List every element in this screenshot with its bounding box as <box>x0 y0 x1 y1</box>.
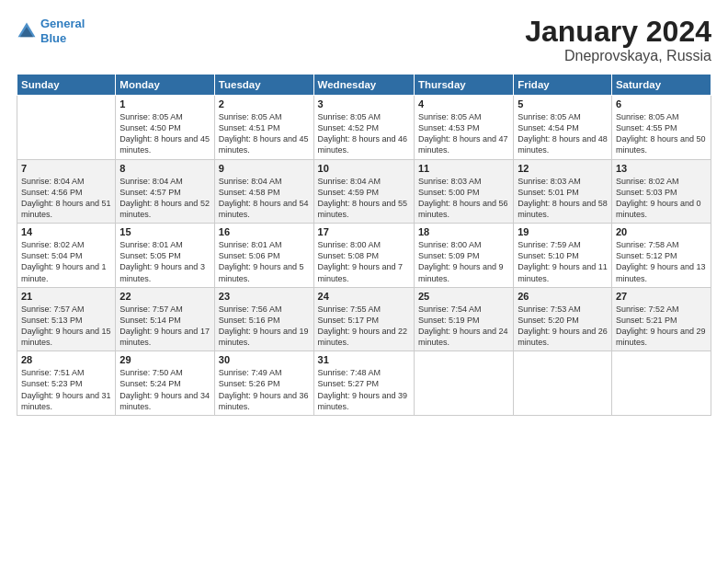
day-info: Sunrise: 7:54 AMSunset: 5:19 PMDaylight:… <box>418 304 509 349</box>
day-info: Sunrise: 8:04 AMSunset: 4:57 PMDaylight:… <box>119 176 210 221</box>
day-info: Sunrise: 8:05 AMSunset: 4:53 PMDaylight:… <box>418 111 509 156</box>
day-number: 17 <box>318 226 410 237</box>
calendar-day-cell: 5Sunrise: 8:05 AMSunset: 4:54 PMDaylight… <box>514 96 612 160</box>
day-number: 28 <box>21 354 111 365</box>
day-number: 30 <box>219 354 310 365</box>
calendar-day-cell: 23Sunrise: 7:56 AMSunset: 5:16 PMDayligh… <box>214 287 313 351</box>
day-number: 16 <box>219 226 310 237</box>
day-number: 1 <box>119 98 210 109</box>
calendar-day-cell: 16Sunrise: 8:01 AMSunset: 5:06 PMDayligh… <box>214 224 313 288</box>
day-number: 5 <box>518 98 608 109</box>
day-info: Sunrise: 7:51 AMSunset: 5:23 PMDaylight:… <box>21 367 111 412</box>
day-info: Sunrise: 7:57 AMSunset: 5:13 PMDaylight:… <box>21 304 111 349</box>
weekday-header-cell: Tuesday <box>214 75 313 96</box>
day-number: 12 <box>518 163 608 174</box>
day-number: 9 <box>219 163 310 174</box>
weekday-header-cell: Wednesday <box>313 75 414 96</box>
day-number: 20 <box>616 226 707 237</box>
calendar-day-cell: 10Sunrise: 8:04 AMSunset: 4:59 PMDayligh… <box>313 159 414 224</box>
day-info: Sunrise: 8:00 AMSunset: 5:08 PMDaylight:… <box>318 239 410 284</box>
day-number: 7 <box>21 163 111 174</box>
calendar-day-cell: 12Sunrise: 8:03 AMSunset: 5:01 PMDayligh… <box>514 159 612 224</box>
weekday-header-cell: Friday <box>514 75 612 96</box>
day-number: 10 <box>318 163 410 174</box>
weekday-header-cell: Thursday <box>414 75 513 96</box>
page: General Blue January 2024 Dneprovskaya, … <box>0 0 728 563</box>
calendar-week-row: 7Sunrise: 8:04 AMSunset: 4:56 PMDaylight… <box>17 159 711 224</box>
day-number: 26 <box>518 291 608 302</box>
calendar-week-row: 28Sunrise: 7:51 AMSunset: 5:23 PMDayligh… <box>17 351 711 416</box>
month-title: January 2024 <box>525 17 711 46</box>
day-number: 24 <box>318 291 410 302</box>
logo-icon <box>17 21 37 41</box>
calendar-day-cell: 18Sunrise: 8:00 AMSunset: 5:09 PMDayligh… <box>414 224 513 288</box>
calendar-day-cell: 24Sunrise: 7:55 AMSunset: 5:17 PMDayligh… <box>313 287 414 351</box>
calendar-day-cell <box>611 351 711 416</box>
calendar-day-cell: 13Sunrise: 8:02 AMSunset: 5:03 PMDayligh… <box>611 159 711 224</box>
day-number: 29 <box>119 354 210 365</box>
calendar-table: SundayMondayTuesdayWednesdayThursdayFrid… <box>17 74 711 416</box>
day-number: 11 <box>418 163 509 174</box>
calendar-day-cell: 27Sunrise: 7:52 AMSunset: 5:21 PMDayligh… <box>611 287 711 351</box>
day-number: 23 <box>219 291 310 302</box>
day-number: 6 <box>616 98 707 109</box>
day-info: Sunrise: 8:05 AMSunset: 4:54 PMDaylight:… <box>518 111 608 156</box>
calendar-day-cell: 9Sunrise: 8:04 AMSunset: 4:58 PMDaylight… <box>214 159 313 224</box>
calendar-day-cell: 19Sunrise: 7:59 AMSunset: 5:10 PMDayligh… <box>514 224 612 288</box>
calendar-day-cell: 4Sunrise: 8:05 AMSunset: 4:53 PMDaylight… <box>414 96 513 160</box>
calendar-day-cell <box>17 96 116 160</box>
weekday-header-cell: Saturday <box>611 75 711 96</box>
calendar-day-cell: 3Sunrise: 8:05 AMSunset: 4:52 PMDaylight… <box>313 96 414 160</box>
calendar-day-cell: 22Sunrise: 7:57 AMSunset: 5:14 PMDayligh… <box>116 287 215 351</box>
day-info: Sunrise: 8:03 AMSunset: 5:01 PMDaylight:… <box>518 176 608 221</box>
day-info: Sunrise: 8:05 AMSunset: 4:52 PMDaylight:… <box>318 111 410 156</box>
day-info: Sunrise: 8:00 AMSunset: 5:09 PMDaylight:… <box>418 239 509 284</box>
day-number: 15 <box>119 226 210 237</box>
day-number: 22 <box>119 291 210 302</box>
day-number: 27 <box>616 291 707 302</box>
calendar-day-cell: 7Sunrise: 8:04 AMSunset: 4:56 PMDaylight… <box>17 159 116 224</box>
calendar-body: 1Sunrise: 8:05 AMSunset: 4:50 PMDaylight… <box>17 96 711 416</box>
day-number: 8 <box>119 163 210 174</box>
calendar-day-cell: 20Sunrise: 7:58 AMSunset: 5:12 PMDayligh… <box>611 224 711 288</box>
calendar-day-cell: 17Sunrise: 8:00 AMSunset: 5:08 PMDayligh… <box>313 224 414 288</box>
day-info: Sunrise: 8:04 AMSunset: 4:56 PMDaylight:… <box>21 176 111 221</box>
weekday-header-cell: Monday <box>116 75 215 96</box>
day-info: Sunrise: 7:56 AMSunset: 5:16 PMDaylight:… <box>219 304 310 349</box>
calendar-week-row: 21Sunrise: 7:57 AMSunset: 5:13 PMDayligh… <box>17 287 711 351</box>
day-info: Sunrise: 7:53 AMSunset: 5:20 PMDaylight:… <box>518 304 608 349</box>
day-info: Sunrise: 7:48 AMSunset: 5:27 PMDaylight:… <box>318 367 410 412</box>
day-info: Sunrise: 7:58 AMSunset: 5:12 PMDaylight:… <box>616 239 707 284</box>
day-number: 3 <box>318 98 410 109</box>
day-info: Sunrise: 8:04 AMSunset: 4:59 PMDaylight:… <box>318 176 410 221</box>
weekday-header-row: SundayMondayTuesdayWednesdayThursdayFrid… <box>17 75 711 96</box>
day-number: 19 <box>518 226 608 237</box>
calendar-day-cell: 30Sunrise: 7:49 AMSunset: 5:26 PMDayligh… <box>214 351 313 416</box>
calendar-day-cell: 31Sunrise: 7:48 AMSunset: 5:27 PMDayligh… <box>313 351 414 416</box>
day-number: 18 <box>418 226 509 237</box>
day-info: Sunrise: 8:01 AMSunset: 5:06 PMDaylight:… <box>219 239 310 284</box>
calendar-day-cell: 14Sunrise: 8:02 AMSunset: 5:04 PMDayligh… <box>17 224 116 288</box>
logo-text: General Blue <box>40 17 85 45</box>
day-number: 2 <box>219 98 310 109</box>
calendar-day-cell: 25Sunrise: 7:54 AMSunset: 5:19 PMDayligh… <box>414 287 513 351</box>
day-number: 13 <box>616 163 707 174</box>
calendar-week-row: 1Sunrise: 8:05 AMSunset: 4:50 PMDaylight… <box>17 96 711 160</box>
day-info: Sunrise: 8:02 AMSunset: 5:03 PMDaylight:… <box>616 176 707 221</box>
day-info: Sunrise: 8:05 AMSunset: 4:50 PMDaylight:… <box>119 111 210 156</box>
calendar-day-cell <box>414 351 513 416</box>
title-block: January 2024 Dneprovskaya, Russia <box>525 17 711 64</box>
calendar-day-cell: 21Sunrise: 7:57 AMSunset: 5:13 PMDayligh… <box>17 287 116 351</box>
day-info: Sunrise: 7:50 AMSunset: 5:24 PMDaylight:… <box>119 367 210 412</box>
calendar-day-cell: 2Sunrise: 8:05 AMSunset: 4:51 PMDaylight… <box>214 96 313 160</box>
day-number: 31 <box>318 354 410 365</box>
day-info: Sunrise: 7:59 AMSunset: 5:10 PMDaylight:… <box>518 239 608 284</box>
calendar-day-cell <box>514 351 612 416</box>
calendar-day-cell: 26Sunrise: 7:53 AMSunset: 5:20 PMDayligh… <box>514 287 612 351</box>
day-info: Sunrise: 8:05 AMSunset: 4:55 PMDaylight:… <box>616 111 707 156</box>
calendar-day-cell: 11Sunrise: 8:03 AMSunset: 5:00 PMDayligh… <box>414 159 513 224</box>
day-info: Sunrise: 7:52 AMSunset: 5:21 PMDaylight:… <box>616 304 707 349</box>
day-info: Sunrise: 8:04 AMSunset: 4:58 PMDaylight:… <box>219 176 310 221</box>
calendar-day-cell: 8Sunrise: 8:04 AMSunset: 4:57 PMDaylight… <box>116 159 215 224</box>
calendar-day-cell: 15Sunrise: 8:01 AMSunset: 5:05 PMDayligh… <box>116 224 215 288</box>
